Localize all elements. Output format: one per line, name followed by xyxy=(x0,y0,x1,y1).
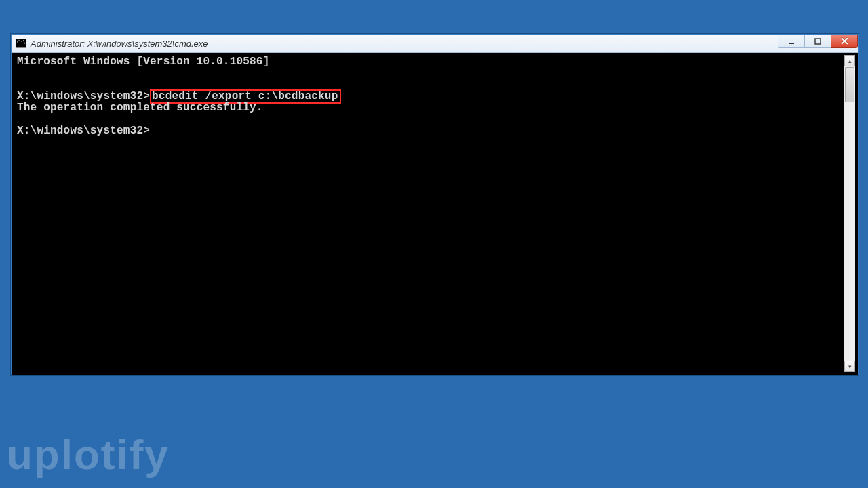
maximize-button[interactable] xyxy=(804,35,831,48)
svg-rect-0 xyxy=(789,43,794,44)
result-line: The operation completed successfully. xyxy=(17,102,841,114)
scroll-down-button[interactable]: ▾ xyxy=(844,361,855,372)
minimize-icon xyxy=(788,38,795,45)
prompt-line-2: X:\windows\system32> xyxy=(17,125,841,137)
svg-rect-1 xyxy=(815,39,821,44)
close-icon xyxy=(841,37,848,45)
version-line: Microsoft Windows [Version 10.0.10586] xyxy=(17,56,841,68)
blank-line xyxy=(17,68,841,79)
scroll-up-button[interactable]: ▴ xyxy=(844,55,855,66)
minimize-button[interactable] xyxy=(778,35,805,48)
maximize-icon xyxy=(814,38,821,45)
command-line-1: X:\windows\system32>bcdedit /export c:\b… xyxy=(17,91,841,102)
cmd-window: Administrator: X:\windows\system32\cmd.e… xyxy=(11,34,859,375)
close-button[interactable] xyxy=(831,35,858,48)
prompt-text: X:\windows\system32> xyxy=(17,90,150,102)
vertical-scrollbar[interactable]: ▴ ▾ xyxy=(844,55,855,372)
blank-line xyxy=(17,79,841,91)
chevron-up-icon: ▴ xyxy=(848,58,852,64)
console-output[interactable]: Microsoft Windows [Version 10.0.10586] X… xyxy=(14,55,844,372)
cmd-icon xyxy=(16,39,26,48)
window-title: Administrator: X:\windows\system32\cmd.e… xyxy=(31,39,778,48)
client-area: Microsoft Windows [Version 10.0.10586] X… xyxy=(14,55,855,372)
watermark-text: uplotify xyxy=(7,434,170,476)
chevron-down-icon: ▾ xyxy=(848,363,852,370)
scroll-thumb[interactable] xyxy=(845,67,854,102)
window-buttons xyxy=(778,35,858,52)
blank-line xyxy=(17,114,841,125)
title-bar[interactable]: Administrator: X:\windows\system32\cmd.e… xyxy=(12,35,858,53)
